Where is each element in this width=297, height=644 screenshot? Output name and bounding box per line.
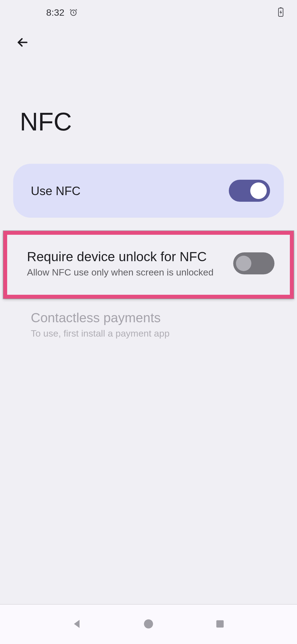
setting-label-wrap: Require device unlock for NFC Allow NFC … xyxy=(27,249,225,278)
status-right xyxy=(278,7,284,18)
arrow-left-icon xyxy=(15,35,30,50)
nav-recents-button[interactable] xyxy=(204,608,237,641)
settings-list: Use NFC Require device unlock for NFC Al… xyxy=(0,164,297,350)
setting-contactless-payments: Contactless payments To use, first insta… xyxy=(13,299,284,350)
setting-label: Require device unlock for NFC xyxy=(27,249,225,265)
setting-summary: To use, first install a payment app xyxy=(31,327,266,339)
svg-point-3 xyxy=(144,620,153,629)
toggle-thumb-icon xyxy=(250,182,267,199)
setting-summary: Allow NFC use only when screen is unlock… xyxy=(27,266,225,278)
circle-home-icon xyxy=(142,618,155,631)
square-recents-icon xyxy=(215,618,226,630)
setting-use-nfc[interactable]: Use NFC xyxy=(13,164,284,218)
page-title: NFC xyxy=(0,61,297,164)
alarm-icon xyxy=(69,8,78,17)
setting-label-wrap: Use NFC xyxy=(31,183,229,198)
triangle-back-icon xyxy=(71,618,83,631)
status-left: 8:32 xyxy=(46,7,78,18)
status-time: 8:32 xyxy=(46,7,64,18)
nav-back-button[interactable] xyxy=(61,608,94,641)
status-bar: 8:32 xyxy=(0,0,297,25)
navigation-bar xyxy=(0,604,297,644)
svg-rect-4 xyxy=(216,620,224,628)
toggle-thumb-icon xyxy=(236,256,251,271)
require-unlock-toggle[interactable] xyxy=(233,252,274,274)
use-nfc-toggle[interactable] xyxy=(229,180,270,202)
setting-label-wrap: Contactless payments To use, first insta… xyxy=(31,310,266,339)
app-bar xyxy=(0,25,297,61)
setting-label: Use NFC xyxy=(31,183,229,198)
setting-label: Contactless payments xyxy=(31,310,266,326)
svg-rect-2 xyxy=(280,7,282,9)
battery-charging-icon xyxy=(278,7,284,17)
setting-require-unlock[interactable]: Require device unlock for NFC Allow NFC … xyxy=(3,231,294,299)
back-button[interactable] xyxy=(11,31,34,54)
nav-home-button[interactable] xyxy=(132,608,165,641)
